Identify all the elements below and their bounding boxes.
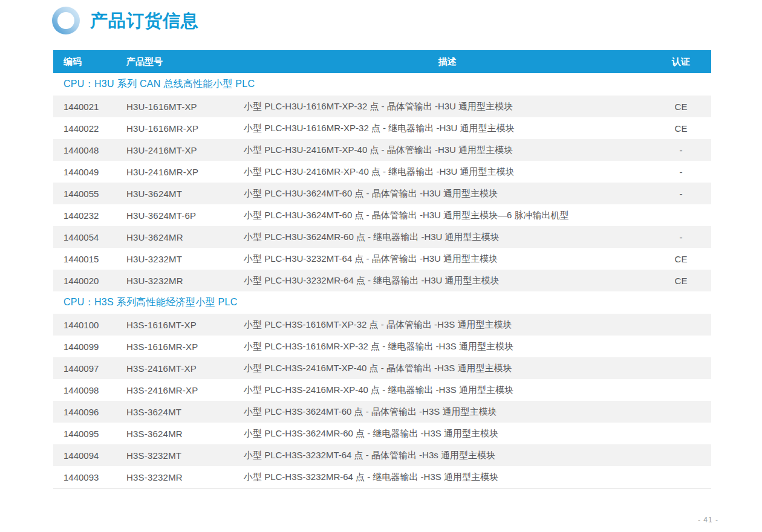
cell-cert: -: [651, 189, 711, 199]
page-title: 产品订货信息: [90, 12, 199, 30]
cell-model: H3S-1616MR-XP: [126, 342, 244, 352]
cell-code: 1440049: [53, 167, 126, 177]
cell-cert: CE: [651, 254, 711, 264]
cell-cert: CE: [651, 102, 711, 112]
column-header-model: 产品型号: [126, 56, 244, 68]
table-header-row: 编码 产品型号 描述 认证: [53, 50, 711, 73]
table-row: 1440093 H3S-3232MR 小型 PLC-H3S-3232MR-64 …: [53, 466, 711, 488]
table-row: 1440022 H3U-1616MR-XP 小型 PLC-H3U-1616MR-…: [53, 117, 711, 139]
cell-model: H3U-3232MT: [126, 254, 244, 264]
cell-code: 1440015: [53, 254, 126, 264]
cell-model: H3S-2416MR-XP: [126, 385, 244, 395]
section-header: CPU：H3U 系列 CAN 总线高性能小型 PLC: [53, 73, 711, 96]
cell-model: H3S-3232MT: [126, 450, 244, 461]
product-order-table: 编码 产品型号 描述 认证 CPU：H3U 系列 CAN 总线高性能小型 PLC…: [53, 50, 711, 488]
cell-code: 1440099: [53, 342, 126, 352]
cell-model: H3U-1616MR-XP: [126, 123, 244, 134]
cell-cert: -: [651, 145, 711, 155]
table-row: 1440015 H3U-3232MT 小型 PLC-H3U-3232MT-64 …: [53, 248, 711, 270]
cell-code: 1440054: [53, 232, 126, 242]
table-body: CPU：H3U 系列 CAN 总线高性能小型 PLC 1440021 H3U-1…: [53, 73, 711, 488]
table-row: 1440095 H3S-3624MR 小型 PLC-H3S-3624MR-60 …: [53, 423, 711, 444]
cell-model: H3U-3624MR: [126, 232, 244, 242]
table-row: 1440020 H3U-3232MR 小型 PLC-H3U-3232MR-64 …: [53, 270, 711, 291]
cell-code: 1440093: [53, 472, 126, 482]
cell-desc: 小型 PLC-H3S-3624MR-60 点 - 继电器输出 -H3S 通用型主…: [244, 428, 651, 440]
cell-code: 1440097: [53, 363, 126, 374]
cell-code: 1440095: [53, 429, 126, 439]
cell-desc: 小型 PLC-H3U-3232MT-64 点 - 晶体管输出 -H3U 通用型主…: [244, 253, 651, 265]
cell-model: H3U-2416MR-XP: [126, 167, 244, 177]
table-row: 1440232 H3U-3624MT-6P 小型 PLC-H3U-3624MT-…: [53, 204, 711, 226]
cell-model: H3U-3232MR: [126, 276, 244, 286]
cell-desc: 小型 PLC-H3S-2416MT-XP-40 点 - 晶体管输出 -H3S 通…: [244, 363, 651, 374]
page-header: 产品订货信息: [52, 5, 199, 36]
table-row: 1440096 H3S-3624MT 小型 PLC-H3S-3624MT-60 …: [53, 401, 711, 423]
cell-desc: 小型 PLC-H3S-1616MR-XP-32 点 - 继电器输出 -H3S 通…: [244, 341, 651, 352]
table-bottom-divider: [53, 488, 711, 488]
cell-cert: CE: [651, 276, 711, 286]
cell-code: 1440048: [53, 145, 126, 155]
cell-model: H3U-3624MT-6P: [126, 210, 244, 221]
section-title: CPU：H3U 系列 CAN 总线高性能小型 PLC: [63, 78, 255, 91]
cell-desc: 小型 PLC-H3U-2416MR-XP-40 点 - 继电器输出 -H3U 通…: [244, 166, 651, 178]
section-header: CPU：H3S 系列高性能经济型小型 PLC: [53, 291, 711, 314]
cell-desc: 小型 PLC-H3U-3232MR-64 点 - 继电器输出 -H3U 通用型主…: [244, 275, 651, 287]
cell-desc: 小型 PLC-H3U-3624MT-60 点 - 晶体管输出 -H3U 通用型主…: [244, 188, 651, 199]
table-row: 1440100 H3S-1616MT-XP 小型 PLC-H3S-1616MT-…: [53, 314, 711, 336]
table-row: 1440097 H3S-2416MT-XP 小型 PLC-H3S-2416MT-…: [53, 357, 711, 379]
cell-model: H3U-3624MT: [126, 189, 244, 199]
ring-icon: [52, 7, 80, 34]
cell-code: 1440100: [53, 320, 126, 330]
table-row: 1440054 H3U-3624MR 小型 PLC-H3U-3624MR-60 …: [53, 226, 711, 248]
cell-model: H3U-2416MT-XP: [126, 145, 244, 155]
table-row: 1440094 H3S-3232MT 小型 PLC-H3S-3232MT-64 …: [53, 444, 711, 466]
cell-model: H3U-1616MT-XP: [126, 102, 244, 112]
table-row: 1440049 H3U-2416MR-XP 小型 PLC-H3U-2416MR-…: [53, 161, 711, 183]
cell-cert: -: [651, 167, 711, 177]
cell-cert: CE: [651, 123, 711, 134]
cell-code: 1440021: [53, 102, 126, 112]
cell-desc: 小型 PLC-H3U-2416MT-XP-40 点 - 晶体管输出 -H3U 通…: [244, 144, 651, 156]
page-number: - 41 -: [698, 516, 718, 524]
cell-model: H3S-2416MT-XP: [126, 363, 244, 374]
cell-desc: 小型 PLC-H3S-1616MT-XP-32 点 - 晶体管输出 -H3S 通…: [244, 319, 651, 331]
cell-code: 1440022: [53, 123, 126, 134]
cell-desc: 小型 PLC-H3U-3624MR-60 点 - 继电器输出 -H3U 通用型主…: [244, 232, 651, 243]
cell-model: H3S-3624MR: [126, 429, 244, 439]
column-header-certification: 认证: [651, 56, 711, 68]
table-row: 1440098 H3S-2416MR-XP 小型 PLC-H3S-2416MR-…: [53, 379, 711, 401]
table-row: 1440055 H3U-3624MT 小型 PLC-H3U-3624MT-60 …: [53, 183, 711, 204]
cell-model: H3S-1616MT-XP: [126, 320, 244, 330]
cell-model: H3S-3232MR: [126, 472, 244, 482]
cell-code: 1440055: [53, 189, 126, 199]
section-title: CPU：H3S 系列高性能经济型小型 PLC: [63, 296, 238, 309]
cell-desc: 小型 PLC-H3S-3232MR-64 点 - 继电器输出 -H3S 通用型主…: [244, 472, 651, 483]
cell-code: 1440098: [53, 385, 126, 395]
table-row: 1440099 H3S-1616MR-XP 小型 PLC-H3S-1616MR-…: [53, 336, 711, 357]
cell-desc: 小型 PLC-H3U-1616MT-XP-32 点 - 晶体管输出 -H3U 通…: [244, 101, 651, 112]
column-header-code: 编码: [53, 56, 126, 68]
cell-desc: 小型 PLC-H3S-3624MT-60 点 - 晶体管输出 -H3S 通用型主…: [244, 406, 651, 418]
cell-desc: 小型 PLC-H3U-1616MR-XP-32 点 - 继电器输出 -H3U 通…: [244, 123, 651, 134]
cell-desc: 小型 PLC-H3U-3624MT-60 点 - 晶体管输出 -H3U 通用型主…: [244, 210, 651, 221]
cell-cert: -: [651, 232, 711, 242]
cell-code: 1440094: [53, 450, 126, 461]
cell-code: 1440232: [53, 210, 126, 221]
table-row: 1440048 H3U-2416MT-XP 小型 PLC-H3U-2416MT-…: [53, 139, 711, 161]
cell-code: 1440020: [53, 276, 126, 286]
cell-model: H3S-3624MT: [126, 407, 244, 417]
cell-code: 1440096: [53, 407, 126, 417]
cell-desc: 小型 PLC-H3S-3232MT-64 点 - 晶体管输出 -H3s 通用型主…: [244, 450, 651, 461]
column-header-description: 描述: [244, 56, 651, 68]
cell-desc: 小型 PLC-H3S-2416MR-XP-40 点 - 继电器输出 -H3S 通…: [244, 384, 651, 396]
table-row: 1440021 H3U-1616MT-XP 小型 PLC-H3U-1616MT-…: [53, 96, 711, 117]
